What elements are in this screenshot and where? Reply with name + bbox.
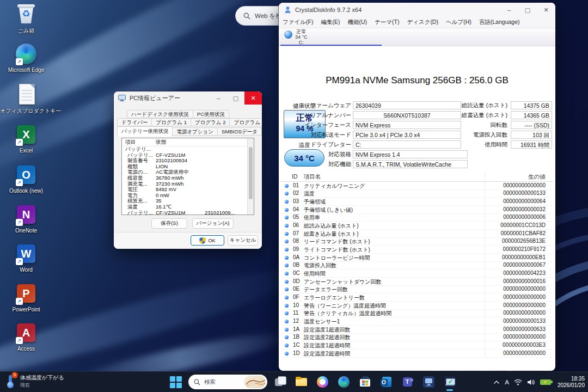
cdi-close-button[interactable]: ✕ <box>537 3 555 17</box>
status-good-dot-icon <box>285 240 289 243</box>
battery-list-row[interactable]: 電源の...AC電源使用中 <box>122 169 254 175</box>
cdi-maximize-button[interactable]: ▢ <box>518 3 537 17</box>
tray-chevron-up-icon[interactable] <box>493 380 500 384</box>
desktop-icon-onenote[interactable]: N↗OneNote <box>0 203 52 234</box>
desktop-icon-outlook-new[interactable]: O↗Outlook (new) <box>0 163 52 194</box>
smart-row-10[interactable]: 10警告（ワーニング）温度超過時間00000000000000 <box>281 302 553 310</box>
smart-row-11[interactable]: 11警告（クリティカル）温度超過時間00000000000000 <box>281 310 553 318</box>
cdi-minimize-button[interactable]: – <box>500 3 518 17</box>
battery-list-row[interactable]: バッテリ...CF-VZSU1M <box>122 152 254 158</box>
weather-widget[interactable]: 5 体感温度が下がる 現在 <box>4 373 64 389</box>
menu-item-6[interactable]: 言語(Language) <box>475 19 524 26</box>
menu-item-2[interactable]: 機能(U) <box>344 19 371 26</box>
smart-row-1D[interactable]: 1D設定温度2超過時間00000000000000 <box>281 350 553 358</box>
tab-PC使用状況[interactable]: PC使用状況 <box>193 110 229 118</box>
tab-プログラム 2[interactable]: プログラム 2 <box>191 118 230 126</box>
smart-row-0D[interactable]: 0Dアンセーフシャットダウン回数00000000000016 <box>281 278 553 286</box>
pcv-title-bar[interactable]: PC情報ビューアー – ▢ ✕ <box>114 91 262 105</box>
smart-row-01[interactable]: 01クリティカルワーニング00000000000000 <box>281 182 553 190</box>
taskbar-app-edge[interactable] <box>335 373 352 390</box>
battery-list-row[interactable]: 満充電...37230 mWh <box>122 181 254 187</box>
pcv-maximize-button[interactable]: ▢ <box>227 91 244 105</box>
smart-row-03[interactable]: 03予備領域00000000000064 <box>281 198 553 206</box>
field-label: インターフェース <box>283 121 351 129</box>
battery-list-scrollbar[interactable] <box>247 138 254 215</box>
desktop-icon-access[interactable]: A↗Access <box>0 321 52 352</box>
desktop-icon-microsoft-edge[interactable]: ↗Microsoft Edge <box>0 42 52 73</box>
pcv-close-button[interactable]: ✕ <box>244 91 262 105</box>
smart-row-1B[interactable]: 1B設定温度2超過回数00000000000000 <box>281 334 553 342</box>
tab-プログラム 3[interactable]: プログラム 3 <box>229 118 262 126</box>
taskbar-app-pc-checker-app[interactable]: ✓ <box>441 373 458 390</box>
smart-row-12[interactable]: 12温度センサー100000000000133 <box>281 317 553 326</box>
desktop-icon-word[interactable]: W↗Word <box>0 242 52 273</box>
cdi-drive-bar: 正常 34 °C C: <box>279 28 555 46</box>
wifi-icon[interactable] <box>514 379 522 385</box>
smart-row-05[interactable]: 05使用率00000000000006 <box>281 214 553 222</box>
tab-SMBIOSデータ[interactable]: SMBIOSデータ <box>217 127 262 136</box>
taskbar-app-task-view[interactable] <box>271 373 289 390</box>
taskbar-app-copilot[interactable] <box>314 373 331 390</box>
tab-プログラム 1[interactable]: プログラム 1 <box>151 118 191 126</box>
tab-ドライバー[interactable]: ドライバー <box>117 118 152 126</box>
battery-charging-icon[interactable]: ⚡ <box>540 379 551 385</box>
smart-row-02[interactable]: 02温度00000000000133 <box>281 190 553 198</box>
battery-list-row[interactable]: 積算充...35 <box>122 198 254 204</box>
taskbar-app-pc-monitor-app[interactable] <box>420 373 437 390</box>
smart-row-08[interactable]: 08リードコマンド数 (ホスト)0000002656B13E <box>281 238 553 246</box>
menu-item-0[interactable]: ファイル(F) <box>279 19 317 26</box>
taskbar-app-file-explorer[interactable] <box>292 373 310 390</box>
battery-list-row[interactable]: バッテリ...CF-VZSU1M231021009... <box>122 210 254 216</box>
desktop-icon-powerpoint[interactable]: P↗PowerPoint <box>0 282 52 313</box>
smart-row-1A[interactable]: 1A設定温度1超過回数00000000000633 <box>281 326 553 334</box>
taskbar-app-teams[interactable]: T <box>399 373 416 390</box>
save-button[interactable]: 保存(S) <box>151 218 187 229</box>
battery-list-row[interactable]: バッテリ... <box>122 146 254 152</box>
battery-list-row[interactable]: 電力0 mW <box>122 193 254 199</box>
menu-item-4[interactable]: ディスク(D) <box>403 19 442 26</box>
menu-item-1[interactable]: 編集(E) <box>317 19 344 26</box>
battery-list-row[interactable]: 残容量36780 mWh <box>122 175 254 181</box>
smart-row-1C[interactable]: 1C設定温度1超過時間000000000003E3 <box>281 341 553 350</box>
battery-list-row[interactable]: 温度16.1℃ <box>122 204 254 210</box>
taskbar-app-outlook[interactable]: O <box>377 373 395 390</box>
onenote-icon: N↗ <box>15 203 38 226</box>
cdi-title-bar[interactable]: CrystalDiskInfo 9.7.2 x64 – ▢ ✕ <box>279 3 555 17</box>
ime-mode-indicator[interactable]: A <box>505 379 509 385</box>
search-highlight-image[interactable] <box>244 376 266 388</box>
drive-tab[interactable]: 正常 34 °C C: <box>295 29 308 45</box>
menu-item-3[interactable]: テーマ(T) <box>371 19 403 26</box>
smart-row-06[interactable]: 06総読み込み量 (ホスト)00000001CC013D <box>281 222 553 230</box>
menu-item-5[interactable]: ヘルプ(H) <box>442 19 475 26</box>
desktop-icon-recycle-bin[interactable]: ♻ごみ箱 <box>0 3 52 35</box>
battery-list-row[interactable]: 製造番号23102100934 <box>122 158 254 164</box>
smart-row-0B[interactable]: 0B電源投入回数00000000000067 <box>281 262 553 270</box>
scrollbar-thumb[interactable] <box>249 147 253 199</box>
taskbar-search-box[interactable]: 検索 <box>188 375 267 389</box>
pcv-minimize-button[interactable]: – <box>210 91 227 105</box>
version-button[interactable]: バージョン(A) <box>192 218 234 229</box>
tab-電源オプション[interactable]: 電源オプション <box>172 127 218 136</box>
ok-button[interactable]: OK <box>191 235 224 246</box>
tab-ハードディスク使用状況[interactable]: ハードディスク使用状況 <box>127 110 193 118</box>
status-good-dot-icon <box>285 344 289 347</box>
taskbar-clock[interactable]: 18:35 2026/01/20 <box>556 376 585 389</box>
shortcut-arrow-icon: ↗ <box>16 258 23 265</box>
smart-row-04[interactable]: 04予備領域 (しきい値)00000000000032 <box>281 206 553 214</box>
smart-row-09[interactable]: 09ライトコマンド数 (ホスト)000000210F9172 <box>281 246 553 254</box>
smart-row-0F[interactable]: 0Fエラーログエントリー数00000000000000 <box>281 293 553 302</box>
smart-header-raw: 生の値 <box>528 173 546 181</box>
smart-row-07[interactable]: 07総書き込み量 (ホスト)00000001CBAF82 <box>281 230 553 238</box>
smart-row-0A[interactable]: 0Aコントローラービジー時間00000000000EB1 <box>281 254 553 262</box>
cancel-button[interactable]: キャンセル <box>228 235 258 246</box>
start-button[interactable] <box>170 376 182 388</box>
volume-icon[interactable] <box>527 379 535 385</box>
field-label: ドライブレター <box>283 141 351 149</box>
smart-row-0C[interactable]: 0C使用時間00000000004223 <box>281 270 553 278</box>
taskbar-app-store[interactable] <box>356 373 373 390</box>
desktop-icon-excel[interactable]: X↗Excel <box>0 123 52 154</box>
smart-row-0E[interactable]: 0Eデータエラー回数00000000000000 <box>281 286 553 294</box>
tab-バッテリー使用状況[interactable]: バッテリー使用状況 <box>117 126 173 137</box>
desktop-icon-office-product-key[interactable]: オフィスプロダクトキー <box>0 83 52 115</box>
battery-list-row[interactable]: 電圧8492 mV <box>122 187 254 193</box>
